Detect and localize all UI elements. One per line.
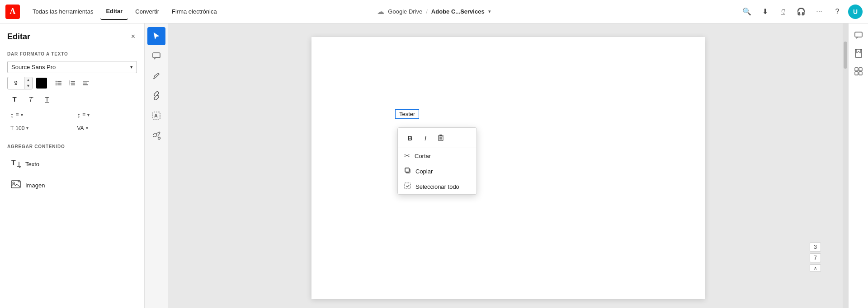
paint-tool-button[interactable] <box>147 126 165 145</box>
adobe-logo[interactable]: A <box>5 5 20 19</box>
svg-rect-12 <box>83 81 89 82</box>
main-canvas[interactable]: Tester B I <box>168 23 848 308</box>
nav-firma-electronica[interactable]: Firma electrónica <box>166 4 222 20</box>
page-number-7[interactable]: 7 <box>810 253 821 262</box>
bullet-list-button[interactable] <box>52 77 65 89</box>
top-nav: A Todas las herramientas Editar Converti… <box>0 0 868 23</box>
draw-tool-button[interactable] <box>147 67 165 85</box>
line-spacing-control[interactable]: ↕ ≡ ▾ <box>7 109 71 121</box>
comments-panel-button[interactable] <box>850 27 867 43</box>
scale-control[interactable]: T 100 ▾ <box>7 123 71 133</box>
page-number-3[interactable]: 3 <box>810 243 821 252</box>
numbered-list-button[interactable]: 1. 2. 3. <box>66 77 79 89</box>
scale-value: 100 <box>15 125 24 131</box>
bookmarks-panel-button[interactable] <box>850 45 867 61</box>
app-body: Editar × DAR FORMATO A TEXTO Source Sans… <box>0 23 868 308</box>
font-size-stepper[interactable]: ▲ ▼ <box>24 77 32 89</box>
comment-tool-button[interactable] <box>147 47 165 65</box>
svg-rect-40 <box>855 49 862 57</box>
imagen-icon <box>11 179 21 191</box>
italic-button[interactable]: T <box>24 93 38 106</box>
textmark-tool-button[interactable]: A <box>147 107 165 125</box>
svg-rect-11 <box>71 84 75 85</box>
font-size-decrement[interactable]: ▼ <box>24 83 32 89</box>
right-panel <box>848 23 868 308</box>
line-spacing-icon: ↕ <box>10 111 14 119</box>
add-imagen-label: Imagen <box>25 182 45 189</box>
ctx-cortar-item[interactable]: ✂ Cortar <box>398 148 476 163</box>
svg-rect-3 <box>57 83 61 83</box>
add-imagen-button[interactable]: Imagen <box>7 175 137 196</box>
link-tool-button[interactable] <box>147 87 165 105</box>
more-button[interactable]: ··· <box>812 5 826 19</box>
ctx-seleccionar-item[interactable]: Seleccionar todo <box>398 179 476 194</box>
context-toolbar: B I <box>398 128 476 148</box>
tool-column: A <box>145 23 168 308</box>
para-spacing-control[interactable]: ↕ ≡ ▾ <box>74 109 137 121</box>
text-style-row: T T T <box>0 93 144 109</box>
cloud-service-label: Google Drive <box>388 8 422 15</box>
svg-text:A: A <box>154 113 158 118</box>
nav-center: ☁ Google Drive / Adobe C...Services ▾ <box>377 7 491 16</box>
headphones-button[interactable]: 🎧 <box>794 5 808 19</box>
svg-text:T: T <box>11 159 16 167</box>
svg-rect-42 <box>859 68 862 71</box>
ctx-italic-button[interactable]: I <box>419 131 432 144</box>
search-button[interactable]: 🔍 <box>740 5 754 19</box>
add-texto-button[interactable]: T Texto <box>7 154 137 175</box>
svg-rect-38 <box>405 183 410 189</box>
para-spacing-label: ≡ <box>82 112 85 118</box>
adobe-logo-text: A <box>10 7 16 16</box>
ctx-italic-label: I <box>425 134 426 142</box>
ctx-delete-button[interactable] <box>434 131 448 144</box>
nav-todas-herramientas[interactable]: Todas las herramientas <box>27 4 99 20</box>
nav-editar[interactable]: Editar <box>100 4 128 20</box>
nav-service-label: Adobe C...Services <box>431 8 485 15</box>
para-spacing-arrow-icon: ▾ <box>87 112 90 117</box>
nav-chevron-icon[interactable]: ▾ <box>488 9 491 14</box>
line-spacing-row: ↕ ≡ ▾ ↕ ≡ ▾ <box>0 109 144 123</box>
svg-rect-23 <box>153 53 160 58</box>
font-size-increment[interactable]: ▲ <box>24 77 32 83</box>
nav-separator: / <box>426 8 428 15</box>
scrollbar-thumb[interactable] <box>844 42 847 69</box>
add-content-section: T Texto <box>0 152 144 203</box>
bold-button[interactable]: T <box>7 93 22 106</box>
vertical-scrollbar[interactable] <box>843 23 848 308</box>
print-button[interactable]: 🖨 <box>776 5 790 19</box>
kerning-arrow-icon: ▾ <box>86 126 88 131</box>
ctx-cortar-label: Cortar <box>415 153 431 159</box>
ctx-copiar-label: Copiar <box>415 168 433 175</box>
sidebar-header: Editar × <box>0 23 144 46</box>
format-btn-group: 1. 2. 3. <box>52 77 92 89</box>
add-content-label: AGREGAR CONTENIDO <box>0 139 144 152</box>
svg-rect-9 <box>71 83 75 83</box>
color-swatch[interactable] <box>36 78 47 89</box>
svg-line-28 <box>158 136 158 137</box>
tester-text: Tester <box>399 111 415 117</box>
underline-button[interactable]: T <box>40 93 54 106</box>
nav-convertir[interactable]: Convertir <box>130 4 165 20</box>
avatar[interactable]: U <box>848 5 863 19</box>
texto-icon: T <box>11 158 21 170</box>
sidebar-close-button[interactable]: × <box>129 31 137 42</box>
font-dropdown[interactable]: Source Sans Pro ▾ <box>7 61 137 73</box>
page-up-chevron[interactable]: ∧ <box>810 264 821 272</box>
font-size-input-wrap: ▲ ▼ <box>7 77 33 89</box>
kerning-control[interactable]: VA ▾ <box>74 123 137 133</box>
font-selector-row: Source Sans Pro ▾ <box>0 59 144 77</box>
tester-text-box[interactable]: Tester <box>395 109 419 119</box>
ctx-copiar-item[interactable]: Copiar <box>398 163 476 179</box>
select-tool-button[interactable] <box>147 27 165 45</box>
ctx-bold-button[interactable]: B <box>403 131 417 144</box>
svg-rect-39 <box>855 32 862 37</box>
download-button[interactable]: ⬇ <box>758 5 772 19</box>
copy-icon <box>404 167 411 175</box>
para-spacing-icon: ↕ <box>77 111 81 119</box>
tiles-panel-button[interactable] <box>850 63 867 79</box>
svg-point-0 <box>56 81 57 82</box>
align-button[interactable] <box>80 77 92 89</box>
svg-rect-44 <box>859 72 862 75</box>
help-button[interactable]: ? <box>830 5 844 19</box>
font-size-input[interactable] <box>8 78 24 88</box>
